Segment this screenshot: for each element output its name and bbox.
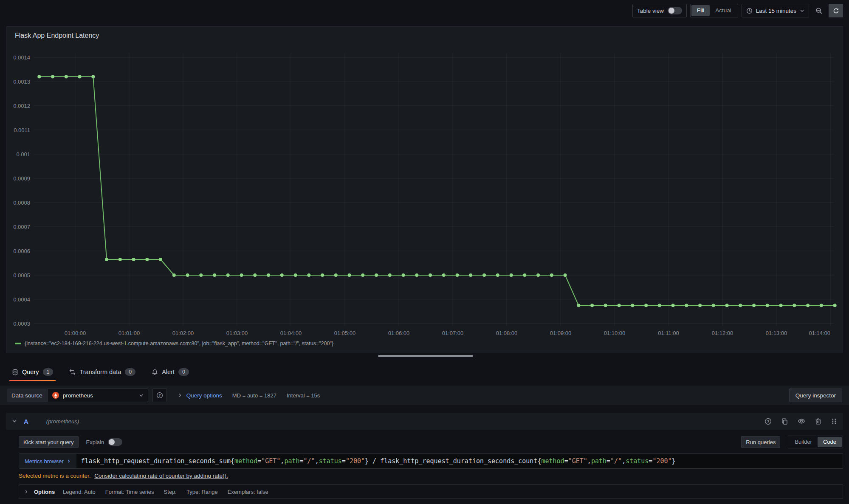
series-point — [294, 273, 297, 277]
query-token: method — [234, 457, 257, 465]
warning-text: Selected metric is a counter. — [19, 473, 91, 479]
x-tick-label: 01:03:00 — [226, 330, 248, 336]
query-help-icon[interactable]: ? — [764, 418, 772, 425]
explain-toggle[interactable] — [108, 438, 122, 446]
tab-alert-label: Alert — [162, 369, 175, 375]
chart-legend[interactable]: {instance="ec2-184-169-216-224.us-west-1… — [15, 341, 839, 346]
builder-button[interactable]: Builder — [789, 437, 817, 447]
series-point — [779, 304, 783, 307]
legend-series-label: {instance="ec2-184-169-216-224.us-west-1… — [25, 341, 333, 346]
series-point — [267, 273, 270, 277]
query-row-header[interactable]: A (prometheus) ? — [6, 413, 843, 430]
warning-rate-link[interactable]: Consider calculating rate of counter by … — [94, 473, 228, 479]
zoom-out-button[interactable] — [812, 4, 825, 17]
refresh-button[interactable] — [829, 4, 843, 17]
metrics-browser-toggle[interactable]: Metrics browser — [19, 454, 76, 468]
y-tick-label: 0.0011 — [14, 127, 30, 133]
edit-pane-tabs: Query 1 Transform data 0 Alert 0 — [9, 363, 192, 381]
series-point — [523, 273, 526, 277]
series-point — [78, 75, 82, 79]
help-icon: ? — [156, 392, 163, 399]
fill-button[interactable]: Fill — [691, 5, 710, 16]
query-options-collapsed[interactable]: Options Legend: Auto Format: Time series… — [19, 484, 843, 499]
svg-text:?: ? — [767, 419, 770, 423]
series-point — [348, 273, 351, 277]
y-tick-label: 0.0004 — [13, 296, 30, 303]
table-view-group: Table view — [632, 4, 687, 17]
query-token: , — [280, 457, 284, 465]
code-button[interactable]: Code — [818, 437, 842, 447]
series-point — [469, 273, 472, 277]
series-point — [105, 258, 108, 261]
series-point — [375, 273, 378, 277]
duplicate-query-icon[interactable] — [781, 418, 788, 425]
y-tick-label: 0.0003 — [13, 321, 30, 327]
option-legend: Legend: Auto — [63, 489, 96, 495]
latency-chart[interactable]: 0.00140.00130.00120.00110.0010.00090.000… — [10, 41, 840, 338]
series-point — [833, 304, 837, 307]
pane-resize-handle[interactable] — [378, 355, 473, 357]
query-token: , — [622, 457, 626, 465]
tab-transform-data[interactable]: Transform data 0 — [67, 363, 138, 381]
table-view-toggle[interactable] — [668, 7, 682, 14]
x-tick-label: 01:01:00 — [118, 330, 140, 336]
query-token: = — [649, 457, 652, 465]
x-tick-label: 01:13:00 — [766, 330, 787, 336]
datasource-help-button[interactable]: ? — [152, 389, 167, 402]
collapse-chevron-icon[interactable] — [12, 419, 17, 424]
run-queries-button[interactable]: Run queries — [741, 436, 780, 448]
refresh-icon — [833, 8, 839, 14]
fill-actual-segmented: Fill Actual — [690, 4, 738, 17]
query-inspector-button[interactable]: Query inspector — [789, 389, 842, 402]
chevron-right-icon — [67, 459, 71, 463]
toggle-visibility-icon[interactable] — [798, 417, 805, 425]
toggle-knob — [109, 439, 115, 445]
series-line — [39, 77, 835, 306]
actual-button[interactable]: Actual — [710, 5, 737, 16]
tab-alert-count: 0 — [178, 368, 189, 376]
promql-code-input[interactable]: flask_http_request_duration_seconds_sum{… — [76, 454, 843, 468]
series-point — [550, 273, 553, 277]
query-token: } — [672, 457, 676, 465]
panel-title: Flask App Endpoint Latency — [10, 27, 839, 41]
promql-query-field: Metrics browser flask_http_request_durat… — [19, 453, 843, 469]
series-point — [402, 273, 405, 277]
series-point — [618, 304, 621, 307]
series-point — [429, 273, 432, 277]
query-token: "200" — [346, 457, 365, 465]
tab-alert[interactable]: Alert 0 — [149, 363, 192, 381]
datasource-picker[interactable]: prometheus — [47, 389, 148, 402]
series-point — [725, 304, 729, 307]
drag-handle-icon[interactable] — [831, 418, 837, 425]
query-token: "GET" — [261, 457, 280, 465]
series-point — [199, 273, 203, 277]
option-exemplars: Exemplars: false — [228, 489, 268, 495]
x-tick-label: 01:07:00 — [442, 330, 464, 336]
series-point — [226, 273, 230, 277]
query-token: } / flask_http_request_duration_seconds_… — [365, 457, 541, 465]
y-tick-label: 0.0005 — [13, 272, 30, 279]
time-range-picker[interactable]: Last 15 minutes — [742, 4, 809, 17]
series-point — [213, 273, 216, 277]
y-tick-label: 0.0012 — [13, 103, 30, 109]
legend-series-swatch — [15, 343, 21, 344]
y-tick-label: 0.0006 — [13, 248, 30, 254]
tab-query[interactable]: Query 1 — [9, 363, 56, 381]
query-datasource-hint: (prometheus) — [46, 418, 79, 425]
series-point — [806, 304, 810, 307]
series-point — [658, 304, 661, 307]
query-options-toggle[interactable]: Query options — [178, 392, 222, 399]
series-point — [172, 273, 176, 277]
delete-query-icon[interactable] — [815, 418, 822, 425]
tab-transform-count: 0 — [125, 368, 135, 376]
kick-start-query-button[interactable]: Kick start your query — [19, 436, 79, 448]
series-point — [766, 304, 769, 307]
series-point — [132, 258, 135, 261]
y-tick-label: 0.001 — [16, 151, 30, 158]
tab-query-count: 1 — [43, 368, 54, 376]
query-token: "/" — [304, 457, 315, 465]
transform-icon — [69, 369, 76, 375]
series-point — [712, 304, 715, 307]
explain-label: Explain — [86, 439, 104, 445]
series-point — [442, 273, 446, 277]
